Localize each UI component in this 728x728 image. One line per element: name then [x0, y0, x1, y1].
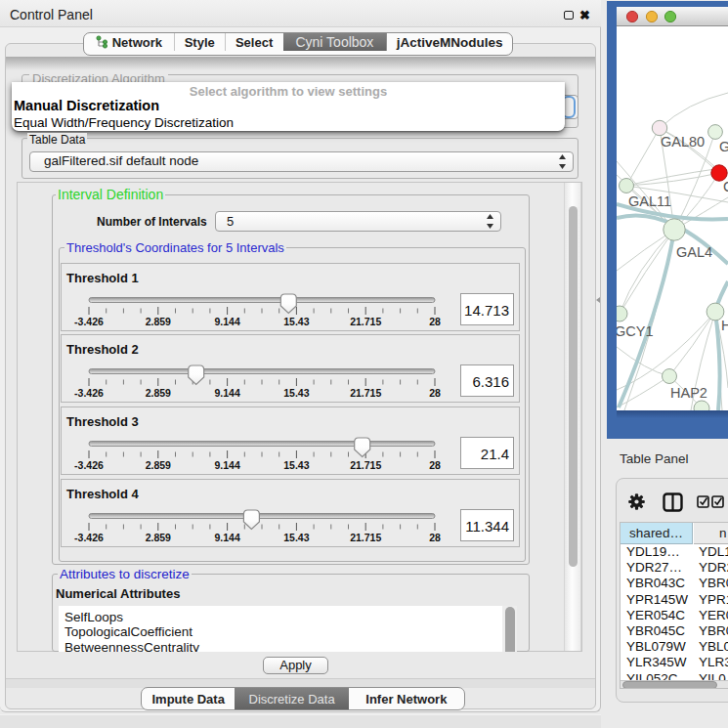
svg-text:15.43: 15.43 [283, 387, 309, 399]
svg-text:9.144: 9.144 [214, 387, 239, 399]
svg-text:28: 28 [429, 531, 441, 542]
svg-text:21.715: 21.715 [350, 531, 381, 542]
svg-text:-3.426: -3.426 [74, 531, 104, 542]
svg-text:C: C [723, 179, 728, 194]
svg-text:-3.426: -3.426 [74, 316, 104, 327]
svg-text:9.144: 9.144 [214, 459, 239, 471]
svg-text:-3.426: -3.426 [74, 459, 104, 471]
svg-text:28: 28 [429, 316, 441, 327]
svg-text:21.715: 21.715 [350, 387, 381, 399]
svg-text:9.144: 9.144 [214, 531, 239, 542]
svg-text:GAL11: GAL11 [628, 193, 671, 209]
svg-text:HAP2: HAP2 [670, 385, 707, 401]
svg-text:2.859: 2.859 [146, 459, 171, 471]
svg-text:GCY1: GCY1 [617, 323, 654, 339]
svg-text:15.43: 15.43 [283, 316, 309, 327]
svg-text:GAL80: GAL80 [661, 134, 705, 150]
svg-text:H: H [721, 318, 728, 333]
svg-text:28: 28 [429, 387, 441, 399]
svg-text:28: 28 [429, 459, 441, 471]
svg-text:G.: G. [719, 139, 728, 154]
svg-text:-3.426: -3.426 [74, 387, 104, 399]
svg-text:21.715: 21.715 [350, 316, 381, 327]
svg-text:15.43: 15.43 [283, 459, 309, 471]
svg-text:2.859: 2.859 [146, 531, 171, 542]
svg-text:GAL4: GAL4 [676, 244, 712, 260]
svg-text:15.43: 15.43 [283, 531, 309, 542]
svg-text:9.144: 9.144 [214, 316, 239, 327]
svg-text:2.859: 2.859 [146, 387, 171, 399]
svg-text:2.859: 2.859 [146, 316, 171, 327]
svg-text:21.715: 21.715 [350, 459, 381, 471]
